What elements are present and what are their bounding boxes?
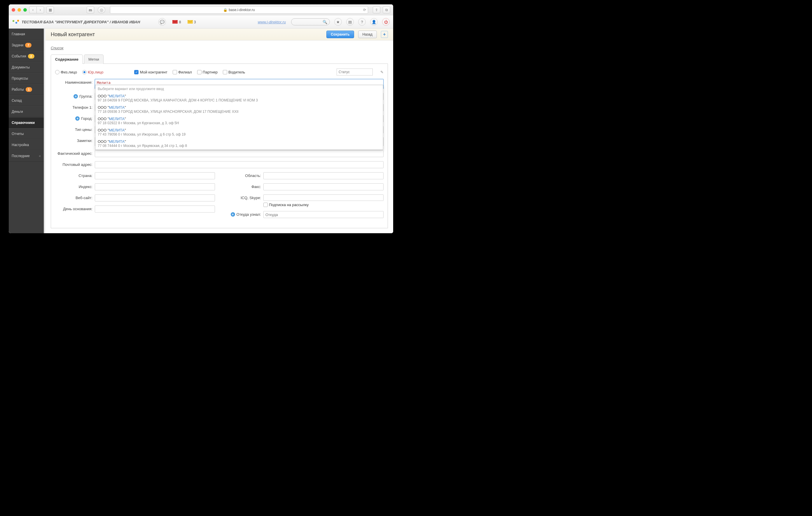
tabs: Содержание Метки <box>51 54 388 64</box>
sidebar-item[interactable]: Работы1 <box>9 84 44 95</box>
extension-ghostery-icon[interactable]: ◎ <box>98 6 105 13</box>
promo-link[interactable]: www.i-direktor.ru <box>258 20 286 24</box>
help-icon[interactable]: ? <box>358 18 366 26</box>
tabs-icon[interactable]: ⧉ <box>383 6 390 13</box>
extension-m-icon[interactable]: m <box>87 6 94 13</box>
page-header: Новый контрагент Сохранить Назад + <box>46 29 393 40</box>
sidebar-item[interactable]: Справочники <box>9 117 44 128</box>
logout-icon[interactable]: ⏻ <box>382 18 390 26</box>
label-country: Страна: <box>55 172 95 178</box>
list-link[interactable]: Список <box>51 46 388 50</box>
mail-red[interactable]: 8 <box>172 20 181 24</box>
check-newsletter[interactable]: Подписка на рассылку <box>263 203 383 207</box>
sidebar-item[interactable]: Документы <box>9 62 44 73</box>
page-title: Новый контрагент <box>51 31 95 38</box>
website-input[interactable] <box>95 194 215 202</box>
sidebar-item[interactable]: Задачи7 <box>9 40 44 51</box>
sidebar: ГлавнаяЗадачи7События2ДокументыПроцессыР… <box>9 29 44 233</box>
autocomplete-dropdown: Выберите вариант или продолжите вводООО … <box>95 85 383 150</box>
founding-input[interactable] <box>95 206 215 213</box>
sidebar-item[interactable]: Процессы <box>9 73 44 84</box>
label-postal-addr: Почтовый адрес: <box>55 161 95 167</box>
sidebar-item[interactable]: Отчеты <box>9 128 44 139</box>
label-name: Наименование: <box>55 79 95 85</box>
sidebar-item[interactable]: Склад <box>9 95 44 106</box>
tab-content[interactable]: Содержание <box>51 55 83 64</box>
nav-back-forward[interactable]: ‹› <box>29 6 44 13</box>
postal-addr-input[interactable] <box>95 161 383 168</box>
label-fax: Факс: <box>224 183 263 189</box>
region-input[interactable] <box>263 172 383 179</box>
suggest-item[interactable]: ООО "МЕЛИТА"77 08 74444 0 г Москва, ул Я… <box>95 138 383 150</box>
add-group-icon[interactable]: + <box>74 94 78 98</box>
window-controls[interactable] <box>12 8 27 12</box>
sidebar-toggle-icon[interactable]: ▦ <box>47 6 54 13</box>
index-input[interactable] <box>95 183 215 190</box>
add-source-icon[interactable]: + <box>231 212 235 217</box>
edit-status-icon[interactable]: ✎ <box>380 70 383 74</box>
documents-icon[interactable]: ▤ <box>346 18 354 26</box>
label-actual-addr: Фактический адрес: <box>55 150 95 156</box>
sidebar-item[interactable]: Настройка <box>9 139 44 150</box>
form: Физ.лицо Юр.лицо ✓Мой контрагент Филиал … <box>51 64 388 228</box>
country-input[interactable] <box>95 172 215 179</box>
check-branch[interactable]: Филиал <box>173 70 192 74</box>
add-city-icon[interactable]: + <box>75 116 80 121</box>
suggest-item[interactable]: ООО "МЕЛИТА"77 18 05936 3 ГОРОД МОСКВА, … <box>95 104 383 116</box>
page: ТЕСТОВАЯ БАЗА "ИНСТРУМЕНТ ДИРЕКТОРА" / И… <box>9 16 393 233</box>
address-bar[interactable]: 🔒 base.i-direktor.ru⟳ <box>110 6 368 14</box>
suggest-item[interactable]: ООО "МЕЛИТА"97 18 02922 8 г Москва, ул К… <box>95 116 383 127</box>
label-founding: День основания: <box>55 206 95 211</box>
check-mine[interactable]: ✓Мой контрагент <box>134 70 167 74</box>
app-logo-icon <box>12 20 19 24</box>
status-input[interactable] <box>337 68 373 75</box>
global-search[interactable]: 🔍 <box>291 18 330 25</box>
sidebar-item[interactable]: Главная <box>9 29 44 40</box>
label-icq: ICQ, Skype: <box>224 194 263 200</box>
suggest-item[interactable]: ООО "МЕЛИТА"77 43 79056 0 г Москва, ул И… <box>95 127 383 138</box>
fax-input[interactable] <box>263 183 383 190</box>
share-icon[interactable]: ⇪ <box>373 6 380 13</box>
chat-icon[interactable]: 💬 <box>158 18 166 26</box>
source-input[interactable] <box>263 211 383 218</box>
sidebar-item[interactable]: События2 <box>9 51 44 62</box>
label-city: +Город: <box>55 115 95 121</box>
back-button[interactable]: Назад <box>358 31 377 38</box>
favorites-icon[interactable]: ★ <box>334 18 342 26</box>
radio-individual[interactable]: Физ.лицо <box>55 70 77 74</box>
url-text: base.i-direktor.ru <box>229 8 255 12</box>
suggest-title: Выберите вариант или продолжите ввод <box>95 85 383 93</box>
add-button[interactable]: + <box>381 31 388 38</box>
main-content: Новый контрагент Сохранить Назад + Списо… <box>46 29 393 233</box>
sidebar-item[interactable]: Последние« <box>9 150 44 161</box>
suggest-item[interactable]: ООО "МЕЛИТА"97 18 04059 9 ГОРОД МОСКВА, … <box>95 93 383 104</box>
check-driver[interactable]: Водитель <box>223 70 245 74</box>
label-phone1: Телефон 1: <box>55 104 95 110</box>
browser-toolbar: ‹› ▦ m ◎ 🔒 base.i-direktor.ru⟳ ⇪ ⧉ <box>9 4 393 16</box>
label-region: Область: <box>224 172 263 178</box>
sidebar-item[interactable]: Деньги <box>9 106 44 117</box>
icq-input[interactable] <box>263 194 383 201</box>
label-notes: Заметки: <box>55 137 95 143</box>
label-source: +Откуда узнал: <box>224 211 263 217</box>
actual-addr-input[interactable] <box>95 150 383 157</box>
label-group: +Группа: <box>55 93 95 98</box>
tab-tags[interactable]: Метки <box>84 55 104 64</box>
radio-legal[interactable]: Юр.лицо <box>82 70 103 74</box>
reload-icon[interactable]: ⟳ <box>363 8 366 12</box>
mail-yellow[interactable]: 3 <box>187 20 196 24</box>
browser-window: ‹› ▦ m ◎ 🔒 base.i-direktor.ru⟳ ⇪ ⧉ + ТЕС… <box>9 4 393 233</box>
app-topbar: ТЕСТОВАЯ БАЗА "ИНСТРУМЕНТ ДИРЕКТОРА" / И… <box>9 16 393 29</box>
save-button[interactable]: Сохранить <box>326 31 354 38</box>
profile-icon[interactable]: 👤 <box>370 18 378 26</box>
label-index: Индекс: <box>55 183 95 189</box>
check-partner[interactable]: Партнер <box>197 70 218 74</box>
label-website: Веб-сайт: <box>55 194 95 200</box>
label-pricetype: Тип цены: <box>55 126 95 132</box>
app-title: ТЕСТОВАЯ БАЗА "ИНСТРУМЕНТ ДИРЕКТОРА" / И… <box>22 20 140 24</box>
